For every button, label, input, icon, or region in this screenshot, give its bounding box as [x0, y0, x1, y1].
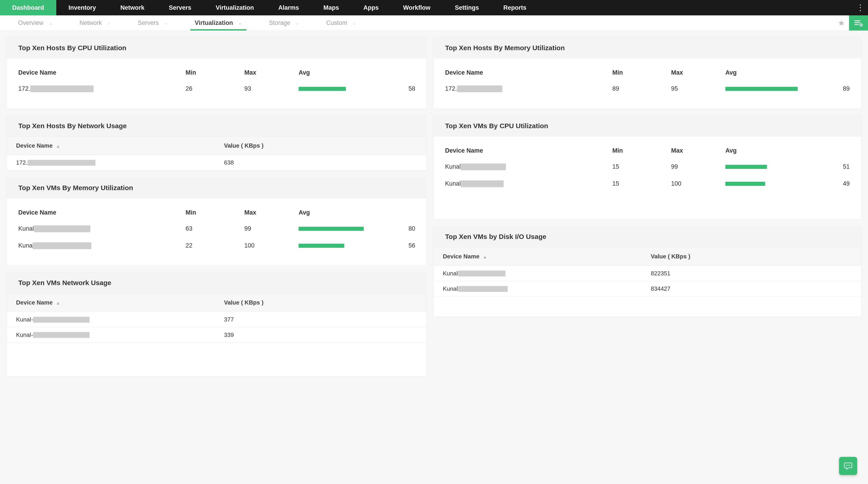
col-max[interactable]: Max [671, 147, 725, 154]
col-device-label: Device Name [16, 299, 53, 306]
cell-device: 172. [16, 159, 224, 166]
col-min[interactable]: Min [612, 69, 671, 76]
avg-bar [299, 244, 380, 248]
nav-maps[interactable]: Maps [311, 0, 351, 16]
device-name-prefix: Kunal [443, 285, 458, 292]
col-value[interactable]: Value ( KBps ) [651, 253, 854, 260]
cell-device: Kunal [18, 225, 186, 232]
table-row[interactable]: Kunal- 339 [7, 327, 427, 343]
sort-asc-icon[interactable]: ▲ [56, 144, 60, 149]
nav-workflow[interactable]: Workflow [391, 0, 442, 16]
cell-value: 638 [224, 159, 420, 166]
panel-title: Top Xen VMs By CPU Utilization [434, 116, 861, 136]
table-row[interactable]: Kunal 15 99 51 [445, 158, 850, 175]
col-device[interactable]: Device Name [18, 69, 186, 76]
cell-device: Kunal [445, 180, 612, 187]
nav-alarms[interactable]: Alarms [266, 0, 311, 16]
table-header-row: Device Name Min Max Avg [445, 65, 850, 80]
col-max[interactable]: Max [671, 69, 725, 76]
nav-virtualization[interactable]: Virtualization [204, 0, 266, 16]
col-device[interactable]: Device Name ▲ [16, 142, 224, 149]
col-avg[interactable]: Avg [299, 209, 381, 216]
panel-xen-hosts-network: Top Xen Hosts By Network Usage Device Na… [7, 116, 427, 171]
cell-value: 339 [224, 331, 420, 338]
chevron-down-icon: ⌄ [107, 21, 111, 26]
primary-nav: Dashboard Inventory Network Servers Virt… [0, 0, 868, 16]
panel-title: Top Xen VMs Network Usage [7, 273, 427, 293]
col-max[interactable]: Max [244, 69, 299, 76]
redacted-mask [461, 180, 504, 187]
redacted-mask [34, 225, 90, 232]
subnav-overview[interactable]: Overview ⌄ [4, 16, 66, 31]
cell-min: 15 [612, 180, 671, 187]
redacted-mask [33, 317, 90, 323]
redacted-mask [30, 86, 94, 92]
add-widget-button[interactable] [849, 16, 868, 31]
redacted-mask [458, 271, 505, 276]
table-row[interactable]: Kunal 822351 [434, 266, 861, 281]
table-row[interactable]: 172. 638 [7, 155, 427, 171]
device-ip-prefix: 172. [445, 85, 457, 92]
right-column: Top Xen Hosts By Memory Utilization Devi… [434, 37, 861, 376]
nav-servers[interactable]: Servers [157, 0, 204, 16]
subnav-network[interactable]: Network ⌄ [66, 16, 124, 31]
table-row[interactable]: Kunal 834427 [434, 281, 861, 297]
table-row[interactable]: 172. 89 95 89 [445, 80, 850, 97]
device-name-prefix: Kunal- [16, 316, 33, 323]
col-min[interactable]: Min [186, 69, 244, 76]
chevron-down-icon: ⌄ [352, 21, 356, 26]
cell-max: 93 [244, 85, 299, 92]
cell-max: 100 [244, 242, 299, 249]
col-value[interactable]: Value ( KBps ) [224, 142, 420, 149]
overflow-menu-icon[interactable]: ⋮ [852, 0, 868, 16]
chat-fab-button[interactable] [839, 457, 857, 475]
col-device[interactable]: Device Name [445, 69, 612, 76]
col-device[interactable]: Device Name [445, 147, 612, 154]
subnav-custom[interactable]: Custom ⌄ [313, 16, 370, 31]
col-avg[interactable]: Avg [725, 147, 816, 154]
nav-apps[interactable]: Apps [351, 0, 391, 16]
subnav-virtualization[interactable]: Virtualization ⌄ [181, 16, 255, 31]
cell-avg: 89 [816, 85, 850, 92]
table-header-row: Device Name Min Max Avg [18, 205, 415, 220]
vms-disk-table: Device Name ▲ Value ( KBps ) Kunal 82235… [434, 247, 861, 297]
sort-asc-icon[interactable]: ▲ [56, 301, 60, 305]
device-name-prefix: Kunal [443, 270, 458, 277]
cell-avg: 51 [816, 163, 850, 170]
nav-network[interactable]: Network [108, 0, 157, 16]
cell-avg: 80 [381, 225, 415, 232]
cell-max: 95 [671, 85, 725, 92]
col-device[interactable]: Device Name [18, 209, 186, 216]
cell-device: Kunal- [16, 316, 224, 323]
table-row[interactable]: Kunal- 377 [7, 312, 427, 327]
nav-dashboard[interactable]: Dashboard [0, 0, 56, 16]
favorite-star-icon[interactable]: ★ [834, 16, 849, 31]
avg-bar [725, 165, 807, 169]
nav-reports[interactable]: Reports [491, 0, 539, 16]
nav-settings[interactable]: Settings [442, 0, 491, 16]
device-ip-prefix: 172. [16, 159, 28, 166]
table-row[interactable]: 172. 26 93 58 [18, 80, 415, 97]
sort-asc-icon[interactable]: ▲ [483, 255, 487, 259]
panel-xen-vms-disk-io: Top Xen VMs by Disk I/O Usage Device Nam… [434, 226, 861, 317]
col-avg[interactable]: Avg [299, 69, 381, 76]
subnav-servers[interactable]: Servers ⌄ [124, 16, 181, 31]
col-min[interactable]: Min [612, 147, 671, 154]
table-row[interactable]: Kunal 63 99 80 [18, 220, 415, 237]
col-device[interactable]: Device Name ▲ [16, 299, 224, 306]
col-avg[interactable]: Avg [725, 69, 816, 76]
col-value[interactable]: Value ( KBps ) [224, 299, 420, 306]
subnav-storage[interactable]: Storage ⌄ [255, 16, 313, 31]
col-max[interactable]: Max [244, 209, 299, 216]
avg-bar [299, 87, 380, 91]
avg-bar [725, 182, 807, 186]
cell-device: Kunal [445, 163, 612, 170]
chevron-down-icon: ⌄ [164, 21, 168, 26]
col-device[interactable]: Device Name ▲ [443, 253, 651, 260]
table-row[interactable]: Kunal 15 100 49 [445, 175, 850, 192]
nav-inventory[interactable]: Inventory [56, 0, 108, 16]
table-row[interactable]: Kuna 22 100 56 [18, 237, 415, 254]
col-min[interactable]: Min [186, 209, 244, 216]
avg-bar [725, 87, 816, 91]
panel-title: Top Xen VMs by Disk I/O Usage [434, 226, 861, 247]
